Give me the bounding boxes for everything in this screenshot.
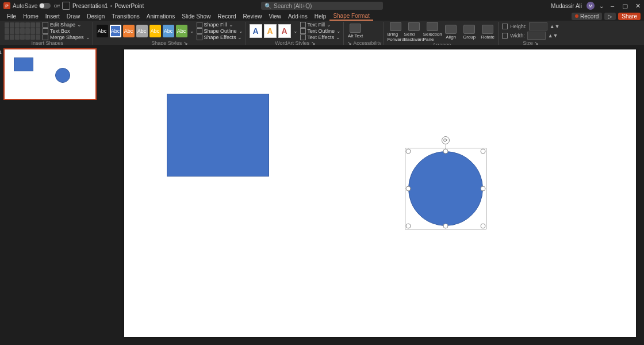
text-effects-button[interactable]: Text Effects ⌄	[300, 34, 342, 40]
ribbon-options-icon[interactable]: ⌄	[599, 3, 604, 9]
group-button[interactable]: Group	[461, 25, 477, 40]
style-swatch[interactable]: Abc	[163, 25, 174, 37]
workspace: 1 ⟳	[0, 45, 644, 345]
wordart-gallery[interactable]: A A A	[250, 24, 291, 38]
style-swatch[interactable]: Abc	[123, 25, 135, 37]
wordart-swatch[interactable]: A	[264, 24, 277, 38]
rectangle-shape[interactable]	[167, 94, 269, 177]
search-icon: 🔍	[264, 3, 271, 9]
style-swatch[interactable]: Abc	[150, 25, 161, 37]
resize-handle-ne[interactable]	[481, 149, 486, 154]
restore-button[interactable]: ▢	[621, 2, 629, 10]
wordart-swatch[interactable]: A	[278, 24, 291, 38]
ribbon: Edit Shape ⌄ Text Box Merge Shapes ⌄ Ins…	[0, 21, 644, 47]
toggle-icon	[39, 3, 51, 9]
text-outline-icon	[300, 28, 306, 34]
record-button[interactable]: Record	[572, 13, 602, 20]
shape-style-gallery[interactable]: Abc Abc Abc Abc Abc Abc Abc	[97, 25, 187, 37]
resize-handle-se[interactable]	[481, 224, 486, 229]
menu-bar: File Home Insert Draw Design Transitions…	[0, 12, 644, 21]
tab-slideshow[interactable]: Slide Show	[178, 13, 214, 20]
autosave-label: AutoSave	[13, 3, 37, 9]
style-swatch[interactable]: Abc	[136, 25, 148, 37]
wordart-gallery-more[interactable]: ⌄	[293, 28, 298, 34]
wordart-swatch[interactable]: A	[250, 24, 262, 38]
tab-animations[interactable]: Animations	[143, 13, 178, 20]
resize-handle-s[interactable]	[443, 224, 448, 229]
alt-text-button[interactable]: Alt Text	[347, 24, 363, 39]
text-fill-button[interactable]: Text Fill ⌄	[300, 22, 342, 28]
align-icon	[445, 25, 457, 34]
rotate-handle[interactable]: ⟳	[442, 136, 450, 144]
style-gallery-more[interactable]: ⌄	[190, 28, 194, 34]
text-box-icon	[43, 28, 48, 34]
height-input[interactable]	[529, 22, 547, 30]
tab-design[interactable]: Design	[83, 13, 108, 20]
send-backward-icon	[408, 22, 420, 31]
group-arrange: Bring Forward Send Backward Selection Pa…	[385, 22, 499, 46]
group-shape-styles: Abc Abc Abc Abc Abc Abc Abc ⌄ Shape Fill…	[94, 22, 246, 46]
autosave-toggle[interactable]: AutoSave Off	[13, 3, 60, 9]
shape-effects-button[interactable]: Shape Effects ⌄	[197, 34, 243, 40]
tab-file[interactable]: File	[3, 13, 20, 20]
resize-handle-w[interactable]	[406, 186, 411, 191]
tab-help[interactable]: Help	[311, 13, 330, 20]
tab-record[interactable]: Record	[214, 13, 239, 20]
style-swatch[interactable]: Abc	[110, 25, 121, 37]
resize-handle-e[interactable]	[481, 186, 486, 191]
shape-outline-button[interactable]: Shape Outline ⌄	[197, 28, 243, 34]
avatar[interactable]: M	[586, 2, 595, 10]
send-backward-button[interactable]: Send Backward	[406, 22, 422, 42]
text-box-button[interactable]: Text Box	[43, 28, 90, 34]
present-button[interactable]: ▷	[604, 13, 616, 20]
width-icon	[502, 33, 508, 39]
slide-thumbnail-pane[interactable]: 1	[0, 45, 110, 345]
selection-pane-button[interactable]: Selection Pane	[424, 22, 440, 42]
share-button[interactable]: Share	[618, 13, 641, 20]
document-title[interactable]: Presentation1 • PowerPoint	[72, 3, 144, 9]
tab-insert[interactable]: Insert	[42, 13, 63, 20]
merge-shapes-button[interactable]: Merge Shapes ⌄	[43, 34, 90, 40]
edit-shape-button[interactable]: Edit Shape ⌄	[43, 22, 90, 28]
align-button[interactable]: Align	[443, 25, 459, 40]
rotate-button[interactable]: Rotate	[480, 25, 496, 40]
tab-home[interactable]: Home	[20, 13, 42, 20]
style-swatch[interactable]: Abc	[176, 25, 187, 37]
fill-icon	[197, 22, 202, 28]
text-outline-button[interactable]: Text Outline ⌄	[300, 28, 342, 34]
tab-addins[interactable]: Add-ins	[285, 13, 311, 20]
height-icon	[502, 24, 508, 29]
group-insert-shapes: Edit Shape ⌄ Text Box Merge Shapes ⌄ Ins…	[2, 22, 93, 46]
shape-fill-button[interactable]: Shape Fill ⌄	[197, 22, 243, 28]
group-accessibility: Alt Text ↘ Accessibility	[345, 22, 384, 46]
slide-thumbnail[interactable]: 1	[3, 48, 97, 100]
tab-review[interactable]: Review	[240, 13, 266, 20]
title-bar: P AutoSave Off Presentation1 • PowerPoin…	[0, 0, 644, 12]
style-swatch[interactable]: Abc	[97, 25, 108, 37]
text-effects-icon	[300, 34, 306, 40]
close-button[interactable]: ✕	[634, 2, 642, 10]
save-icon[interactable]	[62, 2, 70, 10]
user-name[interactable]: Mudassir Ali	[551, 3, 582, 9]
tab-transitions[interactable]: Transitions	[108, 13, 143, 20]
group-wordart-styles: A A A ⌄ Text Fill ⌄ Text Outline ⌄ Text …	[247, 22, 344, 46]
resize-handle-sw[interactable]	[406, 224, 411, 229]
tab-shape-format[interactable]: Shape Format	[329, 12, 373, 21]
bring-forward-icon	[390, 22, 401, 31]
resize-handle-nw[interactable]	[406, 149, 411, 154]
slide-canvas-area[interactable]: ⟳	[110, 45, 644, 345]
effects-icon	[197, 34, 202, 40]
search-input[interactable]: 🔍 Search (Alt+Q)	[261, 2, 383, 10]
bring-forward-button[interactable]: Bring Forward	[388, 22, 404, 42]
tab-draw[interactable]: Draw	[63, 13, 83, 20]
height-field[interactable]: Height: ▲▼	[502, 22, 559, 30]
width-input[interactable]	[527, 32, 546, 40]
tab-view[interactable]: View	[265, 13, 285, 20]
minimize-button[interactable]: –	[608, 2, 616, 9]
resize-handle-n[interactable]	[443, 149, 448, 154]
shape-gallery[interactable]	[5, 22, 40, 40]
width-field[interactable]: Width: ▲▼	[502, 32, 559, 40]
circle-shape[interactable]	[408, 151, 483, 226]
slide[interactable]: ⟳	[124, 49, 636, 337]
selected-circle-shape[interactable]: ⟳	[408, 151, 483, 226]
